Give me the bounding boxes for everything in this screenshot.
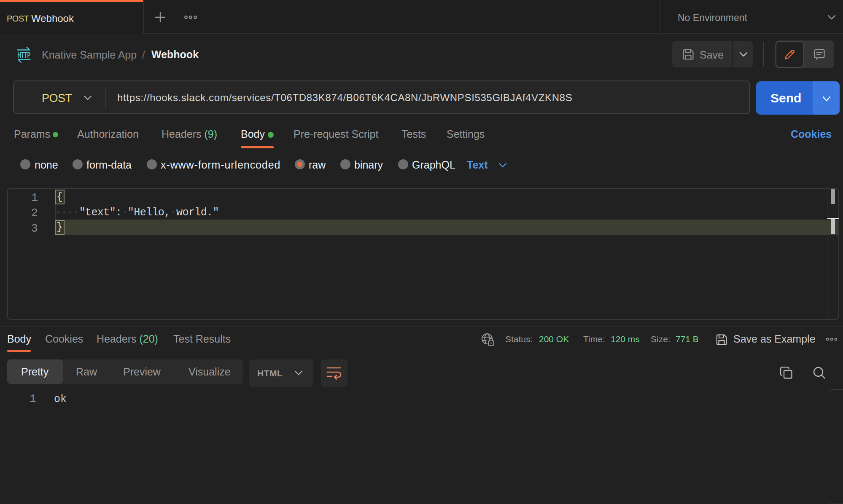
svg-text:HTTP: HTTP (18, 51, 31, 59)
